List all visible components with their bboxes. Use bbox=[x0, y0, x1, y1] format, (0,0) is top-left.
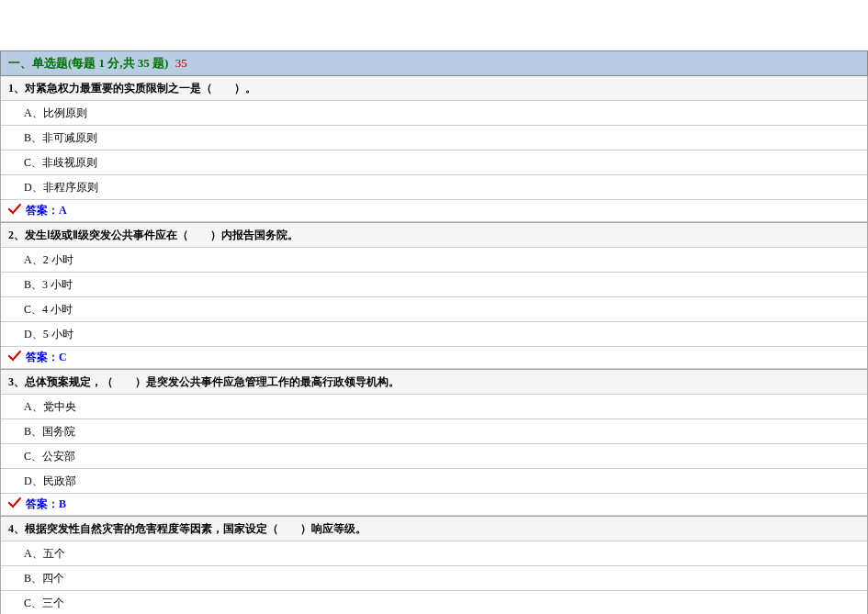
question-option: B、3 小时 bbox=[1, 273, 867, 297]
question-option: C、公安部 bbox=[1, 444, 867, 469]
check-icon bbox=[8, 497, 21, 512]
question-option: B、国务院 bbox=[1, 419, 867, 444]
question-option: B、非可减原则 bbox=[1, 126, 867, 151]
exam-page: 一、单选题(每题 1 分,共 35 题) 35 1、对紧急权力最重要的实质限制之… bbox=[0, 0, 868, 614]
question-option: D、民政部 bbox=[1, 469, 867, 494]
question-option: D、5 小时 bbox=[1, 322, 867, 347]
question-stem: 1、对紧急权力最重要的实质限制之一是（ ）。 bbox=[1, 76, 867, 101]
answer-text: 答案：A bbox=[26, 203, 67, 218]
question-stem: 3、总体预案规定，（ ）是突发公共事件应急管理工作的最高行政领导机构。 bbox=[1, 369, 867, 395]
question-option: B、四个 bbox=[1, 566, 867, 591]
check-icon bbox=[8, 204, 21, 218]
question-stem: 4、根据突发性自然灾害的危害程度等因素，国家设定（ ）响应等级。 bbox=[1, 516, 867, 541]
question-option: D、非程序原则 bbox=[1, 175, 867, 200]
answer-row: 答案：B bbox=[1, 494, 867, 516]
question-option: A、党中央 bbox=[1, 395, 867, 419]
section-title: 一、单选题(每题 1 分,共 35 题) bbox=[8, 56, 168, 70]
answer-text: 答案：B bbox=[26, 497, 66, 512]
question-option: C、非歧视原则 bbox=[1, 151, 867, 175]
question-option: C、三个 bbox=[1, 591, 867, 614]
question-stem: 2、发生Ⅰ级或Ⅱ级突发公共事件应在（ ）内报告国务院。 bbox=[1, 222, 867, 248]
answer-text: 答案：C bbox=[26, 350, 67, 365]
question-option: C、4 小时 bbox=[1, 297, 867, 322]
section-header: 一、单选题(每题 1 分,共 35 题) 35 bbox=[0, 50, 868, 76]
answer-row: 答案：A bbox=[1, 200, 867, 222]
answer-row: 答案：C bbox=[1, 347, 867, 369]
question-option: A、比例原则 bbox=[1, 101, 867, 126]
check-icon bbox=[8, 351, 21, 365]
questions-container: 1、对紧急权力最重要的实质限制之一是（ ）。 A、比例原则 B、非可减原则 C、… bbox=[0, 76, 868, 614]
section-score: 35 bbox=[175, 56, 187, 70]
question-option: A、2 小时 bbox=[1, 248, 867, 273]
question-option: A、五个 bbox=[1, 541, 867, 566]
